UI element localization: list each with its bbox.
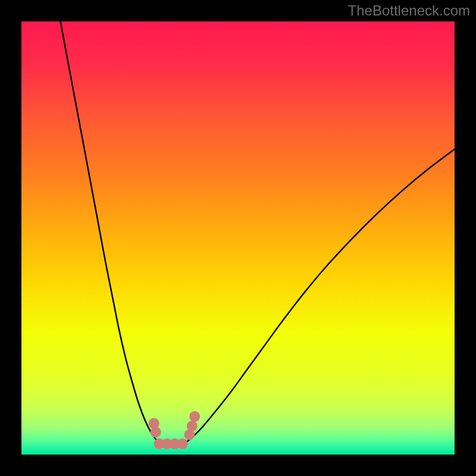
watermark-text: TheBottleneck.com xyxy=(348,2,470,19)
plot-area xyxy=(21,21,455,455)
series-curve-left xyxy=(61,21,161,444)
series-curve-right xyxy=(181,149,455,444)
chart-frame: TheBottleneck.com xyxy=(0,0,476,476)
valley-marker xyxy=(189,411,200,422)
curve-layer xyxy=(21,21,455,455)
valley-marker xyxy=(187,421,198,431)
valley-marker xyxy=(177,439,188,449)
valley-marker xyxy=(151,427,161,437)
